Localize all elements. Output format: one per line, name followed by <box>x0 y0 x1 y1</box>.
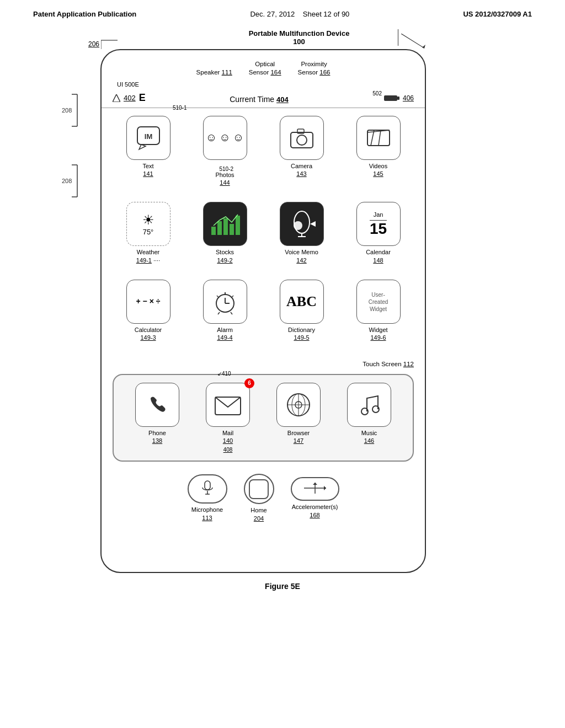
dock-name-browser: Browser147 <box>287 429 310 445</box>
app-icon-text: IM <box>126 116 170 160</box>
svg-marker-1 <box>422 45 425 49</box>
svg-marker-55 <box>324 486 326 490</box>
alarm-svg <box>211 288 239 315</box>
app-camera[interactable]: Camera143 <box>266 116 337 187</box>
app-icon-stocks <box>203 202 247 246</box>
svg-line-24 <box>379 130 381 146</box>
app-name-calendar: Calendar148 <box>366 248 391 264</box>
signal-icon <box>113 94 120 102</box>
ref-206: 206 <box>88 39 120 50</box>
app-videos[interactable]: Videos145 <box>343 116 414 187</box>
app-calendar[interactable]: Jan 15 Calendar148 <box>343 202 414 264</box>
home-btn[interactable]: Home204 <box>244 474 274 522</box>
carrier-letter: E <box>139 92 146 104</box>
bracket-top-svg: 208 <box>62 93 78 159</box>
status-right: 502 406 <box>372 94 414 103</box>
dock-icon-browser <box>276 383 321 427</box>
app-widget[interactable]: User-CreatedWidget Widget149-6 <box>343 280 414 342</box>
svg-rect-14 <box>397 97 399 100</box>
device-title: Portable Multifunction Device <box>89 29 509 38</box>
app-icon-photos: ☺☺☺ <box>203 116 247 160</box>
app-icon-calculator: + − × ÷ <box>126 280 170 324</box>
app-icon-voicememo <box>280 202 324 246</box>
app-name-voicememo: Voice Memo142 <box>285 248 318 264</box>
app-alarm[interactable]: Alarm149-4 <box>189 280 260 342</box>
proximity-sensor-label: ProximitySensor 166 <box>298 60 331 77</box>
figure-caption: Figure 5E <box>56 582 509 591</box>
app-calculator[interactable]: + − × ÷ Calculator149-3 <box>113 280 184 342</box>
main-row: 208 208 206 <box>56 49 509 573</box>
publication-label: Patent Application Publication <box>33 10 136 18</box>
header-right: US 2012/0327009 A1 <box>463 10 532 18</box>
dock-browser[interactable]: Browser147 <box>266 383 331 453</box>
camera-svg <box>289 125 315 151</box>
bracket-208-bottom: 208 <box>62 164 78 232</box>
app-icon-widget: User-CreatedWidget <box>356 280 401 324</box>
svg-rect-25 <box>211 227 216 235</box>
app-dictionary[interactable]: ABC Dictionary149-5 <box>266 280 337 342</box>
page: Patent Application Publication Dec. 27, … <box>0 0 565 728</box>
apps-row1: IM 510-1 Text141 <box>102 108 425 195</box>
svg-rect-13 <box>384 95 397 101</box>
app-icon-alarm <box>203 280 247 324</box>
svg-line-42 <box>231 312 232 314</box>
app-name-photos: Photos144 <box>215 171 234 187</box>
bracket-208-top: 208 <box>62 93 78 162</box>
accel-svg <box>304 483 326 494</box>
status-center: Current Time 404 <box>230 91 289 105</box>
dock: Phone138 ↙410 6 <box>113 374 414 462</box>
app-text[interactable]: IM 510-1 Text141 <box>113 116 184 187</box>
svg-rect-26 <box>217 221 222 235</box>
app-weather[interactable]: ☀ 75° Weather149-1 ···· <box>113 202 184 264</box>
ref-410: ↙410 <box>217 371 231 377</box>
svg-rect-27 <box>223 218 228 235</box>
sensors-row: Speaker 111 OpticalSensor 164 ProximityS… <box>102 50 425 81</box>
dock-name-phone: Phone138 <box>148 429 166 445</box>
app-stocks[interactable]: Stocks149-2 <box>189 202 260 264</box>
home-circle[interactable] <box>244 474 274 504</box>
mail-svg <box>214 394 242 416</box>
svg-text:208: 208 <box>62 178 72 184</box>
phone-svg <box>146 394 168 416</box>
voicememo-svg <box>288 210 316 238</box>
svg-text:IM: IM <box>144 132 152 141</box>
device-title-text: Portable Multifunction Device <box>249 29 350 38</box>
dock-icon-music <box>347 383 391 427</box>
header: Patent Application Publication Dec. 27, … <box>0 0 565 18</box>
app-icon-calendar: Jan 15 <box>356 202 401 246</box>
app-name-text: Text141 <box>142 162 153 178</box>
app-voicememo[interactable]: Voice Memo142 <box>266 202 337 264</box>
svg-rect-29 <box>236 216 240 235</box>
svg-marker-34 <box>310 221 316 227</box>
patent-number: US 2012/0327009 A1 <box>463 10 532 18</box>
dock-music[interactable]: Music146 <box>337 383 402 453</box>
svg-rect-51 <box>205 481 210 490</box>
music-svg <box>356 392 382 418</box>
app-photos[interactable]: ☺☺☺ 510-2 Photos144 <box>189 116 260 187</box>
app-name-stocks: Stocks149-2 <box>216 248 234 264</box>
app-icon-dictionary: ABC <box>280 280 324 324</box>
bracket-bottom-svg: 208 <box>62 164 78 230</box>
app-icon-weather: ☀ 75° <box>126 202 170 246</box>
dock-icon-mail <box>206 383 250 427</box>
home-inner <box>249 479 269 499</box>
videos-svg <box>365 125 392 151</box>
svg-line-41 <box>218 312 220 314</box>
svg-marker-57 <box>313 483 317 485</box>
phone-bottom: Microphone113 Home204 <box>102 466 425 534</box>
dock-phone[interactable]: Phone138 <box>125 383 190 453</box>
dock-mail[interactable]: ↙410 6 <box>195 383 260 453</box>
device-number: 100 <box>89 38 509 46</box>
dock-icon-phone <box>135 383 179 427</box>
bracket-area: 208 208 <box>56 93 84 232</box>
accel-label: Accelerometer(s)168 <box>292 503 338 519</box>
phone-frame: Speaker 111 OpticalSensor 164 ProximityS… <box>100 49 426 573</box>
svg-text:208: 208 <box>62 107 72 114</box>
app-icon-camera <box>280 116 324 160</box>
accelerometer-oval <box>291 477 339 501</box>
apps-row3: + − × ÷ Calculator149-3 <box>102 272 425 350</box>
svg-line-0 <box>401 34 423 47</box>
app-name-alarm: Alarm149-4 <box>217 326 233 342</box>
speaker-label: Speaker 111 <box>196 68 232 77</box>
home-label: Home204 <box>250 506 266 522</box>
